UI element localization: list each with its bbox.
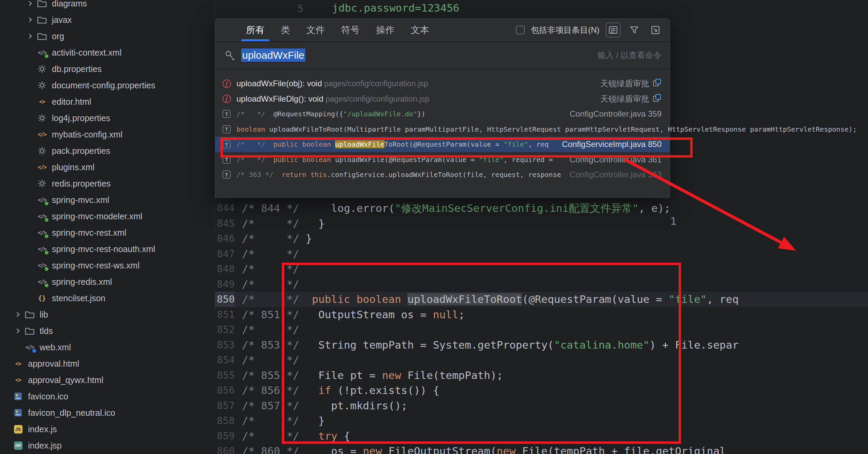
line-number[interactable]: 853 <box>215 337 235 353</box>
properties-code-line[interactable]: jdbc.password=123456 <box>332 2 459 14</box>
search-result-row[interactable]: T/* 363 */ return this.configService.upl… <box>215 167 670 182</box>
chevron-right-icon[interactable] <box>24 32 36 40</box>
search-result-row[interactable]: fuploadWxFileDlg(): void pages/config/co… <box>215 91 670 107</box>
code-line[interactable]: 846/* */ } <box>215 231 868 246</box>
search-result-row[interactable]: T/* */ @RequestMapping({"/uploadWxFile.d… <box>215 106 670 122</box>
tree-item-label: log4j.properties <box>52 113 110 123</box>
tree-item-favicon-dlp-neutral-ico[interactable]: favicon_dlp_neutral.ico <box>0 405 215 421</box>
tree-item-label: activiti-context.xml <box>52 48 121 58</box>
search-result-row[interactable]: T/* */ public boolean uploadWxFile(@Requ… <box>215 152 670 167</box>
line-number[interactable]: 856 <box>215 383 235 398</box>
tab-actions[interactable]: 操作 <box>368 19 403 41</box>
tree-item-org[interactable]: org <box>0 28 215 44</box>
tree-item-index-jsp[interactable]: JSPindex.jsp <box>0 437 215 454</box>
code-line[interactable]: 844/* 844 */ log.error("修改MainSecServerC… <box>215 201 868 216</box>
code-line[interactable]: 859/* */ try { <box>215 428 868 444</box>
line-number[interactable]: 859 <box>215 428 235 444</box>
line-number[interactable]: 850 <box>215 292 235 307</box>
tree-item-activiti-context-xml[interactable]: </>activiti-context.xml <box>0 44 215 61</box>
code-line[interactable]: 853/* 853 */ String tempPath = System.ge… <box>215 337 868 353</box>
code-line[interactable]: 849/* */ <box>215 277 868 292</box>
line-number[interactable]: 860 <box>215 443 235 454</box>
line-number[interactable]: 854 <box>215 352 235 368</box>
tree-item-approval-html[interactable]: <>approval.html <box>0 355 215 372</box>
code-line[interactable]: 845/* */ } <box>215 216 868 231</box>
tree-item-db-properties[interactable]: db.properties <box>0 61 215 77</box>
chevron-right-icon[interactable] <box>24 16 36 24</box>
tree-item-spring-mvc-xml[interactable]: </>spring-mvc.xml <box>0 192 215 208</box>
code-line[interactable]: 860/* 860 */ os = new FileOutputStream(n… <box>215 443 868 454</box>
folder-icon <box>36 15 48 25</box>
tree-item-label: favicon_dlp_neutral.ico <box>28 408 115 418</box>
tab-files[interactable]: 文件 <box>298 19 333 41</box>
tree-item-favicon-ico[interactable]: favicon.ico <box>0 388 215 405</box>
tree-item-diagrams[interactable]: diagrams <box>0 0 215 12</box>
line-number[interactable]: 858 <box>215 413 235 428</box>
code-line[interactable]: 851/* 851 */ OutputStream os = null; <box>215 307 868 322</box>
tree-item-index-js[interactable]: JSindex.js <box>0 421 215 437</box>
tree-item-log4j-properties[interactable]: log4j.properties <box>0 110 215 126</box>
tree-item-spring-mvc-rest-noauth-xml[interactable]: </>spring-mvc-rest-noauth.xml <box>0 241 215 257</box>
tree-item-plugins-xml[interactable]: </>plugins.xml <box>0 159 215 175</box>
chevron-right-icon[interactable] <box>12 311 24 318</box>
include-non-project-checkbox[interactable] <box>516 26 525 34</box>
tree-item-web-xml[interactable]: </>web.xml <box>0 339 215 355</box>
line-number[interactable]: 849 <box>215 277 235 292</box>
line-number[interactable]: 851 <box>215 307 235 322</box>
function-icon: f <box>221 79 232 88</box>
json-icon: {} <box>36 293 48 303</box>
code-line[interactable]: 850/* */ public boolean uploadWxFileToRo… <box>215 292 868 307</box>
spring-icon: </> <box>36 47 48 58</box>
code-line[interactable]: 857/* 857 */ pt.mkdirs(); <box>215 398 868 413</box>
code-line[interactable]: 847/* */ <box>215 246 868 262</box>
tab-classes[interactable]: 类 <box>273 19 298 41</box>
tree-item-pack-properties[interactable]: pack.properties <box>0 143 215 159</box>
search-result-row[interactable]: Tboolean uploadWxFileToRoot(MultipartFil… <box>215 122 670 137</box>
code-line[interactable]: 852/* */ <box>215 322 868 337</box>
chevron-right-icon[interactable] <box>12 327 24 335</box>
line-number[interactable]: 845 <box>215 216 235 231</box>
code-line[interactable]: 856/* 856 */ if (!pt.exists()) { <box>215 383 868 398</box>
tree-item-approval-qywx-html[interactable]: <>approval_qywx.html <box>0 372 215 388</box>
tree-item-mybatis-config-xml[interactable]: </>mybatis-config.xml <box>0 126 215 143</box>
tree-item-editor-html[interactable]: <>editor.html <box>0 93 215 110</box>
tree-item-document-config-properties[interactable]: document-config.properties <box>0 77 215 93</box>
tree-item-spring-redis-xml[interactable]: </>spring-redis.xml <box>0 274 215 290</box>
open-in-find-window-icon[interactable] <box>648 23 663 38</box>
tab-label: 类 <box>281 24 290 36</box>
code-line[interactable]: 854/* */ <box>215 352 868 368</box>
tree-item-spring-mvc-rest-ws-xml[interactable]: </>spring-mvc-rest-ws.xml <box>0 257 215 274</box>
line-number[interactable]: 848 <box>215 261 235 277</box>
chevron-right-icon[interactable] <box>24 0 36 7</box>
tab-symbols[interactable]: 符号 <box>333 19 368 41</box>
tree-item-spring-mvc-rest-xml[interactable]: </>spring-mvc-rest.xml <box>0 224 215 241</box>
line-number[interactable]: 846 <box>215 231 235 246</box>
search-result-row[interactable]: T/* */ public boolean uploadWxFileToRoot… <box>215 137 670 152</box>
tab-text[interactable]: 文本 <box>403 19 437 41</box>
line-number[interactable]: 852 <box>215 322 235 337</box>
tree-item-javax[interactable]: javax <box>0 12 215 28</box>
filter-icon[interactable] <box>627 23 642 38</box>
line-number[interactable]: 5 <box>298 3 303 14</box>
tree-item-label: lib <box>40 310 48 320</box>
code-editor[interactable]: 844/* 844 */ log.error("修改MainSecServerC… <box>215 201 868 454</box>
tab-all[interactable]: 所有 <box>238 19 273 41</box>
search-input[interactable]: uploadWxFile <box>241 49 305 61</box>
code-text: /* 851 */ OutputStream os = null; <box>235 307 465 322</box>
line-number[interactable]: 847 <box>215 246 235 262</box>
code-line[interactable]: 858/* */ } <box>215 413 868 428</box>
tree-item-spring-mvc-modeler-xml[interactable]: </>spring-mvc-modeler.xml <box>0 208 215 224</box>
tree-item-label: approval_qywx.html <box>28 375 103 385</box>
tree-item-redis-properties[interactable]: redis.properties <box>0 175 215 192</box>
tree-item-lib[interactable]: lib <box>0 306 215 323</box>
tree-item-tlds[interactable]: tlds <box>0 323 215 339</box>
tree-item-stencilset-json[interactable]: {}stencilset.json <box>0 290 215 306</box>
code-line[interactable]: 848/* */ <box>215 261 868 277</box>
line-number[interactable]: 844 <box>215 201 235 216</box>
tree-item-label: favicon.ico <box>28 392 68 401</box>
preview-toggle-icon[interactable] <box>606 23 621 38</box>
line-number[interactable]: 857 <box>215 398 235 413</box>
code-line[interactable]: 855/* 855 */ File pt = new File(tempPath… <box>215 368 868 383</box>
search-result-row[interactable]: fuploadWxFile(obj): void pages/config/co… <box>215 76 670 91</box>
line-number[interactable]: 855 <box>215 368 235 383</box>
